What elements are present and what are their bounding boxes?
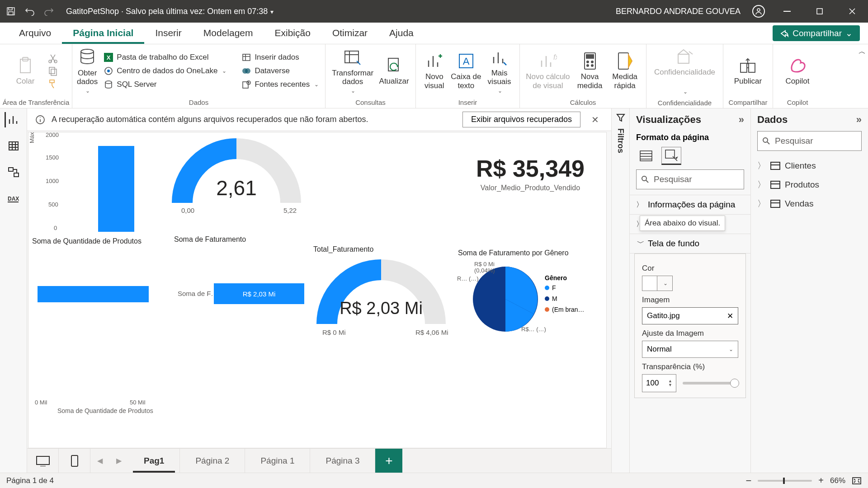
undo-icon[interactable] <box>24 6 35 17</box>
collapse-ribbon-icon[interactable]: ︿ <box>856 44 868 108</box>
save-icon[interactable] <box>5 6 16 17</box>
acc-page-info[interactable]: 〉Informações da página <box>630 195 750 214</box>
recent-sources-button[interactable]: Fontes recentes⌄ <box>240 79 321 90</box>
new-measure-button[interactable]: Nova medida <box>573 52 607 90</box>
data-table-clientes[interactable]: 〉Clientes <box>751 156 868 175</box>
onelake-button[interactable]: Centro de dados do OneLake⌄ <box>102 66 228 76</box>
svg-rect-5 <box>817 9 822 14</box>
image-label: Imagem <box>642 296 738 305</box>
collapse-data-icon[interactable]: » <box>856 114 862 126</box>
tab-otimizar[interactable]: Otimizar <box>321 23 378 44</box>
group-label-sens: Confidencialidade <box>646 98 723 108</box>
dax-view-icon[interactable]: DAX <box>6 191 21 206</box>
clear-image-icon[interactable]: ✕ <box>727 311 733 321</box>
close-info-button[interactable]: ✕ <box>587 114 603 125</box>
textbox-icon: A <box>457 52 476 70</box>
dataverse-button[interactable]: Dataverse <box>240 66 321 76</box>
transform-data-button[interactable]: Transformar dados⌄ <box>330 48 375 94</box>
report-view-icon[interactable] <box>5 112 20 127</box>
format-visual-button[interactable] <box>661 147 681 165</box>
svg-rect-51 <box>853 478 861 484</box>
report-canvas[interactable]: Máximo de Contagem de ID Consu… 2000 150… <box>28 132 607 448</box>
page-tab-3[interactable]: Página 3 <box>310 449 375 473</box>
page-tab-0[interactable]: Pag1 <box>128 449 180 473</box>
svg-rect-39 <box>9 168 13 171</box>
maximize-button[interactable] <box>809 0 830 23</box>
tab-ajuda[interactable]: Ajuda <box>378 23 425 44</box>
color-picker[interactable]: ⌄ <box>642 276 738 291</box>
excel-source-button[interactable]: XPasta de trabalho do Excel <box>102 52 228 63</box>
zoom-in-button[interactable]: + <box>818 475 824 486</box>
quick-measure-icon <box>615 52 634 70</box>
format-painter-icon[interactable] <box>48 79 58 89</box>
doc-name: GatitoPetShop <box>66 7 119 16</box>
group-label-insert: Inserir <box>416 98 519 108</box>
tab-inserir[interactable]: Inserir <box>144 23 192 44</box>
user-avatar-icon[interactable] <box>752 5 765 18</box>
paste-button: Colar <box>5 56 46 86</box>
new-visual-calc-button: fx Novo cálculo de visual <box>524 52 571 90</box>
svg-rect-2 <box>9 12 13 15</box>
tab-arquivo[interactable]: Arquivo <box>8 23 62 44</box>
textbox-button[interactable]: A Caixa de texto <box>450 52 482 90</box>
refresh-button[interactable]: Atualizar <box>377 56 411 86</box>
data-table-produtos[interactable]: 〉Produtos <box>751 175 868 194</box>
share-button[interactable]: Compartilhar ⌄ <box>773 25 860 41</box>
transparency-slider[interactable] <box>683 382 738 385</box>
svg-text:A: A <box>463 56 470 67</box>
title-bar: GatitoPetShop · Salvo pela última vez: O… <box>0 0 868 23</box>
tab-modelagem[interactable]: Modelagem <box>193 23 264 44</box>
desktop-layout-icon[interactable] <box>27 449 59 473</box>
filters-label: Filtros <box>616 128 625 153</box>
publish-button[interactable]: Publicar <box>728 56 768 86</box>
doc-dropdown-icon[interactable]: ▾ <box>270 8 274 15</box>
filters-pane-collapsed[interactable]: Filtros <box>611 108 629 473</box>
svg-text:fx: fx <box>553 53 557 61</box>
format-page-button[interactable] <box>636 147 656 165</box>
transparency-input[interactable]: 100▲▼ <box>642 374 676 392</box>
minimize-button[interactable] <box>777 0 797 23</box>
new-visual-button[interactable]: Novo visual <box>420 52 448 90</box>
data-table-vendas[interactable]: 〉Vendas <box>751 194 868 213</box>
data-search-input[interactable]: Pesquisar <box>757 131 862 151</box>
acc-background[interactable]: 〉Tela de fundo <box>630 234 750 253</box>
viz-subtitle: Formato da página <box>630 131 750 147</box>
model-view-icon[interactable] <box>6 164 21 180</box>
tab-exibicao[interactable]: Exibição <box>264 23 321 44</box>
image-file-input[interactable]: Gatito.jpg✕ <box>642 307 738 324</box>
page-tab-2[interactable]: Página 1 <box>245 449 310 473</box>
svg-point-16 <box>107 70 110 72</box>
copy-icon[interactable] <box>48 66 58 76</box>
acc-canvas-settings[interactable]: 〉x Área abaixo do visual. <box>630 214 750 234</box>
close-button[interactable] <box>842 0 863 23</box>
more-visuals-button[interactable]: Mais visuais⌄ <box>484 48 515 94</box>
page-prev-icon[interactable]: ◀ <box>90 449 109 473</box>
image-fit-select[interactable]: Normal⌄ <box>642 341 738 358</box>
page-next-icon[interactable]: ▶ <box>109 449 128 473</box>
add-page-button[interactable]: + <box>375 449 402 473</box>
cut-icon[interactable] <box>48 53 58 63</box>
tab-pagina-inicial[interactable]: Página Inicial <box>62 23 144 44</box>
gauge-2 <box>313 256 449 333</box>
viz-search-input[interactable]: Pesquisar <box>636 169 744 189</box>
bar-caption: Soma de Quantidade de Produtos <box>32 237 142 245</box>
show-recovered-button[interactable]: Exibir arquivos recuperados <box>462 112 580 127</box>
table-view-icon[interactable] <box>6 138 21 154</box>
get-data-button[interactable]: Obter dados⌄ <box>77 48 98 94</box>
sql-server-button[interactable]: SQL Server <box>102 79 228 90</box>
zoom-slider[interactable] <box>758 480 812 482</box>
page-tab-1[interactable]: Página 2 <box>180 449 245 473</box>
redo-icon[interactable] <box>43 6 54 17</box>
zoom-out-button[interactable]: − <box>745 475 751 487</box>
table-icon <box>770 181 780 189</box>
kpi-value: R$ 35,349 <box>449 155 607 182</box>
collapse-viz-icon[interactable]: » <box>739 114 744 126</box>
enter-data-button[interactable]: Inserir dados <box>240 52 321 63</box>
quick-measure-button[interactable]: Medida rápida <box>608 52 642 90</box>
recovery-info-bar: A recuperação automática contém alguns a… <box>27 108 611 131</box>
svg-point-31 <box>591 61 593 63</box>
fit-to-page-icon[interactable] <box>852 477 862 485</box>
mobile-layout-icon[interactable] <box>59 449 90 473</box>
copilot-button[interactable]: Copilot <box>778 56 817 86</box>
svg-rect-42 <box>8 202 19 202</box>
